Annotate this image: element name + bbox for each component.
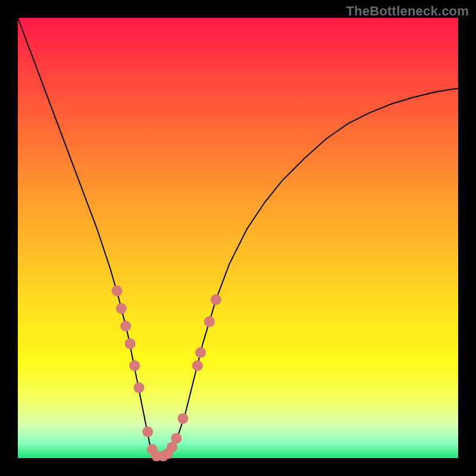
data-marker xyxy=(116,303,127,314)
marker-group xyxy=(112,286,222,462)
data-marker xyxy=(129,361,140,371)
data-marker xyxy=(195,347,206,358)
watermark-text: TheBottleneck.com xyxy=(346,4,469,19)
data-marker xyxy=(171,433,181,444)
data-marker xyxy=(204,317,215,327)
data-marker xyxy=(112,286,123,296)
bottleneck-curve xyxy=(18,18,458,458)
chart-area xyxy=(18,18,458,458)
data-marker xyxy=(120,321,131,331)
data-marker xyxy=(125,339,136,349)
data-marker xyxy=(142,427,153,437)
plot-svg xyxy=(18,18,458,458)
data-marker xyxy=(211,295,221,305)
data-marker xyxy=(178,413,189,424)
data-marker xyxy=(192,361,203,371)
data-marker xyxy=(134,383,145,393)
